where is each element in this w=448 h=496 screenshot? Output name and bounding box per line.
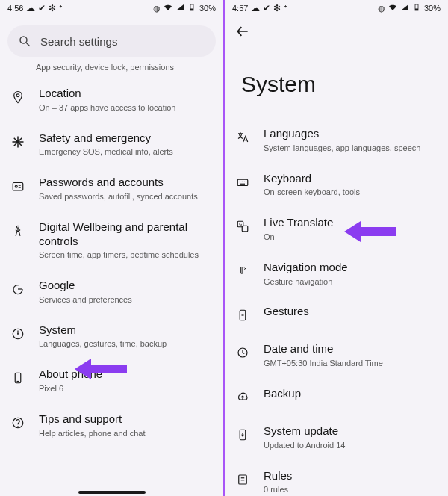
svg-point-7	[15, 185, 17, 187]
row-title: Navigation mode	[264, 261, 438, 275]
battery-percent: 30%	[424, 4, 441, 13]
notif-icon: ᐩ	[284, 4, 287, 13]
row-date-time[interactable]: Date and timeGMT+05:30 India Standard Ti…	[225, 333, 448, 378]
row-title: Backup	[264, 387, 438, 401]
row-title: Tips and support	[39, 412, 213, 427]
row-tips[interactable]: Tips and supportHelp articles, phone and…	[0, 403, 223, 448]
chat-icon: ☁	[251, 4, 260, 13]
row-title: Gestures	[264, 305, 438, 319]
row-google[interactable]: GoogleServices and preferences	[0, 270, 223, 314]
check-icon: ✔	[263, 4, 270, 13]
svg-point-21	[242, 181, 243, 182]
battery-percent: 30%	[199, 4, 216, 13]
row-title: Google	[39, 279, 213, 293]
svg-point-3	[20, 37, 27, 43]
backup-icon	[235, 388, 250, 406]
status-bar: 4:57 ☁ ✔ ❇ ᐩ ◍ 30%	[225, 0, 448, 16]
row-title: Date and time	[264, 342, 438, 356]
back-button[interactable]	[235, 28, 250, 41]
row-system-update[interactable]: System updateUpdated to Android 14	[225, 415, 448, 460]
vibrate-icon: ◍	[153, 4, 161, 13]
row-sub: On	[264, 232, 438, 243]
row-sub: Languages, gestures, time, backup	[39, 338, 213, 350]
row-passwords[interactable]: Passwords and accountsSaved passwords, a…	[0, 167, 223, 211]
gesture-nav-handle[interactable]	[78, 491, 146, 494]
svg-point-5	[16, 94, 19, 97]
row-safety[interactable]: Safety and emergencyEmergency SOS, medic…	[0, 123, 223, 167]
svg-point-14	[17, 426, 18, 427]
row-sub: System languages, app languages, speech	[264, 143, 438, 154]
signal-icon	[175, 3, 184, 13]
system-icon	[10, 325, 25, 343]
wellbeing-icon	[10, 222, 25, 240]
svg-point-20	[240, 181, 240, 182]
system-screen: 4:57 ☁ ✔ ❇ ᐩ ◍ 30% System LanguagesSyste…	[225, 0, 448, 496]
row-backup[interactable]: Backup	[225, 378, 448, 415]
row-title: Languages	[264, 127, 438, 141]
row-sub: On – 37 apps have access to location	[39, 102, 213, 114]
clock-icon	[235, 344, 250, 362]
google-icon	[10, 280, 25, 298]
row-title: Passwords and accounts	[39, 176, 213, 190]
row-about[interactable]: About phonePixel 6	[0, 359, 223, 403]
search-placeholder: Search settings	[40, 35, 117, 48]
row-sub: GMT+05:30 India Standard Time	[264, 358, 438, 369]
svg-rect-1	[190, 9, 193, 11]
help-icon	[10, 414, 25, 432]
search-settings[interactable]: Search settings	[7, 25, 216, 57]
translate-icon: G	[235, 217, 250, 235]
svg-rect-30	[239, 475, 247, 484]
clock: 4:57	[232, 4, 248, 13]
svg-rect-19	[237, 179, 248, 185]
svg-text:G: G	[239, 222, 242, 226]
row-sub: 0 rules	[264, 484, 438, 495]
status-bar: 4:56 ☁ ✔ ❇ ᐩ ◍ 30%	[0, 0, 223, 16]
search-icon	[18, 34, 31, 48]
sync-icon: ❇	[273, 4, 281, 13]
row-title: About phone	[39, 368, 213, 382]
row-rules[interactable]: Rules0 rules	[225, 460, 448, 496]
row-sub: Help articles, phone and chat	[39, 428, 213, 439]
row-title: Safety and emergency	[39, 131, 213, 146]
row-title: Rules	[264, 469, 438, 483]
row-sub: Screen time, app timers, bedtime schedul…	[39, 249, 213, 261]
row-live-translate[interactable]: G Live TranslateOn	[225, 207, 448, 252]
row-sub: Gesture navigation	[264, 276, 438, 288]
passwords-icon	[10, 177, 25, 195]
system-update-icon	[235, 426, 250, 444]
about-phone-icon	[10, 369, 25, 387]
signal-icon	[400, 3, 409, 13]
row-nav-mode[interactable]: Navigation modeGesture navigation	[225, 252, 448, 297]
svg-rect-6	[13, 183, 23, 191]
svg-point-22	[244, 181, 245, 182]
page-title: System	[225, 42, 448, 118]
safety-icon	[10, 133, 25, 151]
rules-icon	[235, 471, 250, 489]
row-location[interactable]: LocationOn – 37 apps have access to loca…	[0, 78, 223, 123]
row-keyboard[interactable]: KeyboardOn-screen keyboard, tools	[225, 163, 448, 208]
row-wellbeing[interactable]: Digital Wellbeing and parental controlsS…	[0, 211, 223, 270]
sync-icon: ❇	[49, 4, 56, 13]
row-sub: Services and preferences	[39, 294, 213, 306]
vibrate-icon: ◍	[378, 4, 385, 13]
chat-icon: ☁	[26, 4, 35, 13]
clock: 4:56	[7, 4, 23, 13]
row-title: Keyboard	[264, 172, 438, 186]
notif-icon: ᐩ	[59, 4, 63, 13]
gestures-icon	[235, 306, 250, 324]
row-sub: On-screen keyboard, tools	[264, 187, 438, 198]
row-title: Location	[39, 87, 213, 101]
row-sub: Saved passwords, autofill, synced accoun…	[39, 191, 213, 202]
languages-icon	[235, 128, 250, 146]
row-languages[interactable]: LanguagesSystem languages, app languages…	[225, 118, 448, 163]
svg-point-8	[17, 226, 19, 228]
row-title: System	[39, 323, 213, 338]
row-sub: Pixel 6	[39, 383, 213, 394]
row-gestures[interactable]: Gestures	[225, 296, 448, 333]
row-system[interactable]: SystemLanguages, gestures, time, backup	[0, 314, 223, 359]
svg-rect-2	[191, 4, 193, 4]
svg-line-4	[26, 43, 30, 46]
settings-screen: 4:56 ☁ ✔ ❇ ᐩ ◍ 30% Search settings App s…	[0, 0, 223, 496]
svg-rect-17	[415, 9, 418, 11]
row-title: Live Translate	[264, 216, 438, 230]
